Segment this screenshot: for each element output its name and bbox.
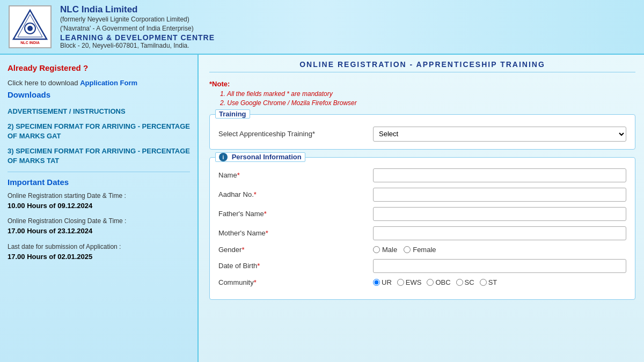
downloads-title[interactable]: Downloads [8, 90, 190, 99]
aadhar-label: Aadhar No.* [218, 190, 369, 198]
name-row: Name* [218, 168, 626, 182]
training-field-label: Select Apprenticeship Training* [218, 130, 369, 138]
page-title: ONLINE REGISTRATION - APPRENTICESHIP TRA… [209, 60, 635, 72]
mother-name-input[interactable] [373, 226, 626, 240]
svg-point-3 [27, 26, 33, 31]
father-name-label: Father's Name* [218, 210, 369, 218]
apprenticeship-training-select[interactable]: Select Apprenticeship Training 2024-25 [373, 127, 626, 142]
father-name-input[interactable] [373, 207, 626, 221]
navratna-text: ('Navratna' - A Government of India Ente… [60, 24, 215, 33]
community-ur-label: UR [382, 278, 392, 286]
application-form-link[interactable]: Application Form [80, 79, 137, 87]
gender-female-option[interactable]: Female [404, 246, 436, 254]
community-st-option[interactable]: ST [480, 278, 497, 286]
note-label: *Note: [209, 80, 230, 88]
note-list: 1. All the fields marked * are mandatory… [209, 90, 635, 107]
community-label: Community* [218, 278, 369, 286]
community-st-radio[interactable] [480, 279, 487, 286]
gender-male-radio[interactable] [373, 246, 380, 253]
gender-male-option[interactable]: Male [373, 246, 397, 254]
gender-label: Gender* [218, 246, 369, 254]
address-text: Block - 20, Neyveli-607801, Tamilnadu, I… [60, 42, 215, 49]
community-ews-radio[interactable] [397, 279, 404, 286]
main-content: ONLINE REGISTRATION - APPRENTICESHIP TRA… [199, 55, 644, 362]
dob-input[interactable] [373, 259, 626, 273]
aadhar-input[interactable] [373, 188, 626, 202]
personal-info-section: i Personal Information Name* Aadhar No.*… [209, 157, 635, 300]
sidebar-item-specimen2[interactable]: 2) SPECIMEN FORMAT FOR ARRIVING - PERCEN… [8, 122, 190, 141]
company-info: NLC India Limited (formerly Neyveli Lign… [60, 4, 215, 49]
company-logo: NLC INDIA [9, 5, 52, 48]
sidebar-item-specimen3[interactable]: 3) SPECIMEN FORMAT FOR ARRIVING - PERCEN… [8, 146, 190, 166]
gender-male-label: Male [382, 246, 397, 254]
personal-info-legend: i Personal Information [215, 152, 305, 162]
note-item-1: 1. All the fields marked * are mandatory [220, 90, 635, 98]
date-item-last: Last date for submission of Application … [8, 242, 190, 262]
community-obc-radio[interactable] [427, 279, 434, 286]
community-sc-radio[interactable] [456, 279, 463, 286]
name-input[interactable] [373, 168, 626, 182]
community-sc-option[interactable]: SC [456, 278, 474, 286]
mother-name-label: Mother's Name* [218, 229, 369, 237]
training-section: Training Select Apprenticeship Training*… [209, 114, 635, 150]
header: NLC INDIA NLC India Limited (formerly Ne… [0, 0, 644, 55]
mother-name-row: Mother's Name* [218, 226, 626, 240]
date-item-closing: Online Registration Closing Date & Time … [8, 216, 190, 237]
info-icon: i [219, 153, 228, 161]
download-text: Click here to download Application Form [8, 79, 190, 87]
community-ur-option[interactable]: UR [373, 278, 392, 286]
important-dates-title: Important Dates [8, 178, 190, 187]
community-obc-option[interactable]: OBC [427, 278, 450, 286]
note-item-2: 2. Use Google Chrome / Mozila Firefox Br… [220, 99, 635, 107]
sidebar: Already Registered ? Click here to downl… [0, 55, 199, 362]
dob-row: Date of Birth* [218, 259, 626, 273]
gender-options: Male Female [373, 246, 436, 254]
formerly-text: (formerly Neyveli Lignite Corporation Li… [60, 15, 215, 24]
already-registered-label[interactable]: Already Registered ? [8, 63, 190, 72]
gender-row: Gender* Male Female [218, 246, 626, 254]
community-st-label: ST [488, 278, 497, 286]
name-label: Name* [218, 171, 369, 179]
training-row: Select Apprenticeship Training* Select A… [218, 127, 626, 142]
community-sc-label: SC [465, 278, 474, 286]
dept-name: LEARNING & DEVELOPMENT CENTRE [60, 33, 215, 42]
sidebar-item-advertisement[interactable]: ADVERTISEMENT / INSTRUCTIONS [8, 107, 190, 116]
community-obc-label: OBC [435, 278, 450, 286]
company-name: NLC India Limited [60, 4, 215, 15]
community-options: UR EWS OBC SC [373, 278, 497, 286]
gender-female-radio[interactable] [404, 246, 411, 253]
svg-text:NLC INDIA: NLC INDIA [20, 41, 39, 45]
aadhar-row: Aadhar No.* [218, 188, 626, 202]
dob-label: Date of Birth* [218, 262, 369, 270]
community-ur-radio[interactable] [373, 279, 380, 286]
community-ews-option[interactable]: EWS [397, 278, 422, 286]
note-section: *Note: 1. All the fields marked * are ma… [209, 80, 635, 107]
gender-female-label: Female [413, 246, 436, 254]
community-row: Community* UR EWS OBC [218, 278, 626, 286]
community-ews-label: EWS [406, 278, 422, 286]
father-name-row: Father's Name* [218, 207, 626, 221]
training-legend: Training [215, 109, 250, 119]
date-item-start: Online Registration starting Date & Time… [8, 191, 190, 211]
